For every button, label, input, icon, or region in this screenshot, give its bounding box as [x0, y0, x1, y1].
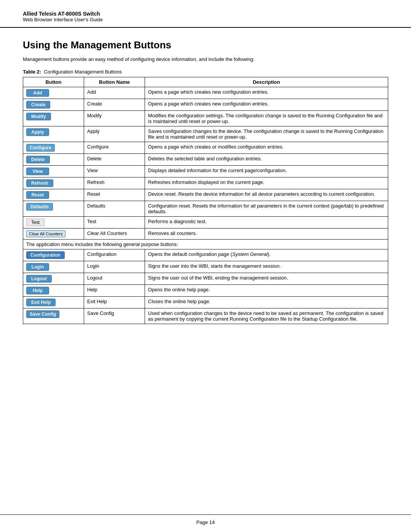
button-name-cell: Help: [84, 285, 145, 297]
table-row: DefaultsDefaultsConfiguration reset. Res…: [23, 201, 388, 217]
description-cell: Modifies the configuration settings. The…: [145, 111, 388, 126]
button-name-cell: Apply: [84, 126, 145, 142]
table-button[interactable]: Configuration: [26, 251, 65, 259]
header-subtitle: Web Browser Interface User's Guide: [23, 17, 388, 22]
button-cell: Logout: [23, 273, 84, 285]
page-wrapper: Allied Telesis AT-8000S Switch Web Brows…: [0, 0, 411, 532]
button-cell: Defaults: [23, 201, 84, 217]
button-name-cell: Exit Help: [84, 297, 145, 308]
description-cell: Deletes the selected table and configura…: [145, 154, 388, 166]
button-cell: Configure: [23, 142, 84, 154]
button-cell: Modify: [23, 111, 84, 126]
table-row: TestTestPerforms a diagnostic test.: [23, 217, 388, 228]
app-menu-note-row: The application menu includes the follow…: [23, 240, 388, 249]
description-cell: Signs the user out of the WBI, ending th…: [145, 273, 388, 285]
page-heading: Using the Management Buttons: [23, 39, 388, 51]
table-caption-title: Configuration Management Buttons: [44, 69, 122, 75]
table-button[interactable]: Help: [26, 287, 49, 294]
button-name-cell: Save Config: [84, 308, 145, 324]
description-cell: Opens the default configuration page (Sy…: [145, 249, 388, 261]
table-caption: Table 2: Configuration Management Button…: [23, 69, 388, 75]
table-row: LogoutLogoutSigns the user out of the WB…: [23, 273, 388, 285]
table-row: CreateCreateOpens a page which creates n…: [23, 99, 388, 111]
description-cell: Performs a diagnostic test.: [145, 217, 388, 228]
table-row: ConfigurationConfigurationOpens the defa…: [23, 249, 388, 261]
button-cell: View: [23, 166, 84, 177]
button-cell: Add: [23, 87, 84, 99]
config-buttons-table: Button Button Name Description AddAddOpe…: [23, 77, 388, 324]
table-row: ApplyApplySaves configuration changes to…: [23, 126, 388, 142]
button-name-cell: Login: [84, 261, 145, 273]
table-row: RefreshRefreshRefreshes information disp…: [23, 177, 388, 189]
table-button[interactable]: Clear All Counters: [26, 230, 65, 237]
description-cell: Configuration reset. Resets the informat…: [145, 201, 388, 217]
table-row: ConfigureConfigureOpens a page which cre…: [23, 142, 388, 154]
button-cell: Help: [23, 285, 84, 297]
button-cell: Reset: [23, 189, 84, 201]
button-name-cell: Configuration: [84, 249, 145, 261]
table-caption-label: Table 2:: [23, 69, 41, 75]
description-cell: Refreshes information displayed on the c…: [145, 177, 388, 189]
footer: Page 14: [0, 514, 411, 532]
button-cell: Create: [23, 99, 84, 111]
table-row: Clear All CountersClear All CountersRemo…: [23, 228, 388, 240]
description-cell: Removes all counters.: [145, 228, 388, 240]
table-button[interactable]: Refresh: [26, 179, 53, 187]
description-cell: Opens a page which creates or modifies c…: [145, 142, 388, 154]
button-name-cell: Create: [84, 99, 145, 111]
button-cell: Refresh: [23, 177, 84, 189]
button-name-cell: Refresh: [84, 177, 145, 189]
table-button[interactable]: Defaults: [26, 203, 53, 211]
col-header-desc: Description: [145, 77, 388, 87]
table-button[interactable]: Exit Help: [26, 299, 56, 306]
button-name-cell: Clear All Counters: [84, 228, 145, 240]
table-button[interactable]: Save Config: [26, 310, 59, 318]
table-button[interactable]: View: [26, 168, 49, 175]
button-name-cell: Add: [84, 87, 145, 99]
header: Allied Telesis AT-8000S Switch Web Brows…: [0, 0, 411, 28]
table-row: AddAddOpens a page which creates new con…: [23, 87, 388, 99]
button-name-cell: Modify: [84, 111, 145, 126]
description-cell: Saves configuration changes to the devic…: [145, 126, 388, 142]
button-name-cell: Logout: [84, 273, 145, 285]
description-cell: Signs the user into the WBI, starts the …: [145, 261, 388, 273]
button-cell: Login: [23, 261, 84, 273]
table-row: Save ConfigSave ConfigUsed when configur…: [23, 308, 388, 324]
table-button[interactable]: Add: [26, 89, 49, 97]
description-cell: Closes the online help page.: [145, 297, 388, 308]
table-button[interactable]: Logout: [26, 275, 52, 283]
table-row: LoginLoginSigns the user into the WBI, s…: [23, 261, 388, 273]
intro-text: Management buttons provide an easy metho…: [23, 56, 388, 62]
button-name-cell: View: [84, 166, 145, 177]
table-button[interactable]: Configure: [26, 144, 55, 152]
col-header-button: Button: [23, 77, 84, 87]
table-button[interactable]: Test: [26, 219, 45, 226]
table-row: ModifyModifyModifies the configuration s…: [23, 111, 388, 126]
table-row: Exit HelpExit HelpCloses the online help…: [23, 297, 388, 308]
table-button[interactable]: Login: [26, 263, 49, 271]
col-header-name: Button Name: [84, 77, 145, 87]
button-cell: Exit Help: [23, 297, 84, 308]
table-row: DeleteDeleteDeletes the selected table a…: [23, 154, 388, 166]
header-title: Allied Telesis AT-8000S Switch: [23, 11, 388, 17]
main-content: Using the Management Buttons Management …: [0, 28, 411, 514]
table-button[interactable]: Apply: [26, 128, 49, 136]
table-button[interactable]: Modify: [26, 113, 51, 120]
description-cell: Opens the online help page.: [145, 285, 388, 297]
description-cell: Opens a page which creates new configura…: [145, 99, 388, 111]
button-cell: Apply: [23, 126, 84, 142]
button-cell: Test: [23, 217, 84, 228]
description-cell: Used when configuration changes to the d…: [145, 308, 388, 324]
table-button[interactable]: Delete: [26, 156, 50, 163]
button-name-cell: Delete: [84, 154, 145, 166]
button-name-cell: Test: [84, 217, 145, 228]
button-cell: Clear All Counters: [23, 228, 84, 240]
table-row: HelpHelpOpens the online help page.: [23, 285, 388, 297]
button-cell: Delete: [23, 154, 84, 166]
button-name-cell: Defaults: [84, 201, 145, 217]
description-cell: Opens a page which creates new configura…: [145, 87, 388, 99]
page-number: Page 14: [196, 519, 215, 525]
button-cell: Configuration: [23, 249, 84, 261]
table-button[interactable]: Create: [26, 101, 50, 109]
table-button[interactable]: Reset: [26, 191, 49, 199]
